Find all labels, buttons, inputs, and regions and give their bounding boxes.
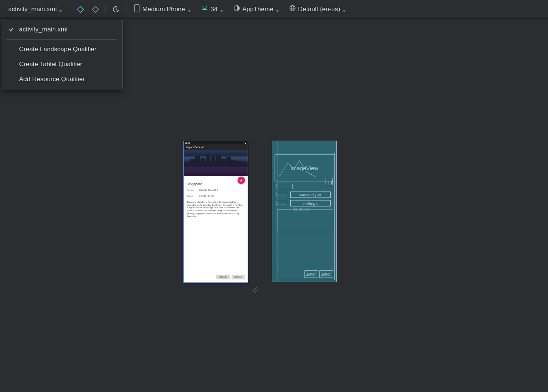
- appbar-title: Layout Codelab: [186, 146, 204, 148]
- resize-handle[interactable]: [250, 285, 257, 293]
- divider: [105, 4, 106, 14]
- device-selector[interactable]: Medium Phone: [130, 2, 195, 16]
- api-selector[interactable]: 34: [197, 3, 227, 16]
- status-icons: ▾◢: [244, 142, 246, 144]
- status-bar: 12:00 ▾◢: [184, 141, 248, 144]
- hero-image: [184, 150, 248, 176]
- chevron-down-icon: [342, 7, 346, 11]
- design-mode-icon[interactable]: [74, 3, 87, 16]
- file-dropdown-menu: activity_main.xml Create Landscape Quali…: [1, 19, 123, 90]
- description: Singapore officially the Republic of Sin…: [187, 201, 245, 218]
- camera-value: Nikon D, 17mm f/2.8: [199, 189, 218, 191]
- design-preview[interactable]: 12:00 ▾◢ Layout Codelab: [183, 141, 248, 283]
- status-time: 12:00: [185, 142, 190, 144]
- chevron-down-icon: [276, 7, 279, 11]
- locale-selector[interactable]: Default (en-us): [285, 3, 350, 16]
- upload-button: UPLOAD: [232, 275, 245, 279]
- svg-rect-0: [135, 4, 139, 12]
- blueprint-button1: Button: [304, 270, 318, 278]
- dropdown-landscape-label: Create Landscape Qualifier: [19, 46, 97, 53]
- chevron-down-icon: [220, 7, 224, 11]
- dropdown-add-qualifier[interactable]: Add Resource Qualifier: [1, 72, 122, 87]
- blueprint-preview[interactable]: ImageView cameraType settings TextView B…: [272, 141, 337, 282]
- chevron-down-icon: [187, 7, 191, 11]
- blueprint-camera-type: cameraType: [290, 192, 331, 198]
- android-icon: [201, 5, 208, 13]
- camera-label: Camera: [187, 189, 197, 191]
- dropdown-separator: [6, 39, 117, 40]
- svg-line-2: [206, 6, 206, 7]
- blueprint-settings: settings: [290, 200, 331, 206]
- svg-line-1: [203, 6, 203, 7]
- api-label: 34: [211, 6, 218, 13]
- contrast-icon: [233, 5, 240, 13]
- discard-button: DISCARD: [216, 275, 230, 279]
- blueprint-fab: [325, 178, 333, 185]
- dropdown-create-tablet[interactable]: Create Tablet Qualifier: [1, 57, 122, 72]
- toolbar: activity_main.xml Medium Phone 34: [0, 0, 548, 19]
- app-bar: Layout Codelab: [184, 144, 248, 150]
- orientation-icon[interactable]: [89, 3, 102, 16]
- dropdown-create-landscape[interactable]: Create Landscape Qualifier: [1, 42, 122, 57]
- dropdown-qualifier-label: Add Resource Qualifier: [19, 76, 85, 83]
- theme-selector[interactable]: AppTheme: [230, 3, 283, 16]
- dropdown-current-label: activity_main.xml: [19, 26, 67, 33]
- phone-icon: [134, 4, 140, 14]
- settings-value: f/4 1/80 ISO 400: [199, 195, 214, 197]
- chevron-down-icon: [59, 7, 62, 11]
- dropdown-current-file[interactable]: activity_main.xml: [1, 22, 122, 37]
- blueprint-title: [276, 184, 293, 189]
- divider: [70, 4, 70, 14]
- blueprint-settings-label: [276, 201, 287, 205]
- check-icon: [8, 27, 15, 32]
- content-area: Singapore Camera Nikon D, 17mm f/2.8 Set…: [184, 176, 248, 221]
- blueprint-button2: Button: [319, 270, 333, 278]
- device-label: Medium Phone: [142, 6, 185, 13]
- theme-label: AppTheme: [242, 6, 273, 13]
- blueprint-textview: [278, 209, 333, 232]
- dropdown-tablet-label: Create Tablet Qualifier: [19, 61, 82, 68]
- content-title: Singapore: [187, 182, 245, 186]
- divider: [126, 4, 126, 14]
- globe-icon: [289, 5, 296, 13]
- locale-label: Default (en-us): [298, 6, 340, 13]
- file-selector[interactable]: activity_main.xml: [4, 3, 66, 15]
- file-name-label: activity_main.xml: [8, 6, 56, 13]
- button-row: DISCARD UPLOAD: [216, 275, 245, 279]
- fab-button: [238, 177, 245, 184]
- night-mode-icon[interactable]: [110, 3, 122, 16]
- blueprint-camera-label: [276, 192, 287, 196]
- settings-label: Settings: [187, 195, 197, 197]
